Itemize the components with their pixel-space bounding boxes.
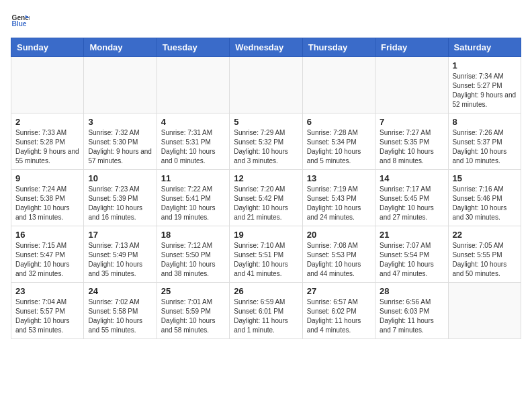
day-info: Sunrise: 6:56 AM Sunset: 6:03 PM Dayligh… [380,298,443,335]
day-info: Sunrise: 7:24 AM Sunset: 5:38 PM Dayligh… [15,185,79,222]
day-number: 11 [161,173,225,183]
day-number: 7 [380,117,443,127]
column-header-tuesday: Tuesday [157,38,229,57]
calendar-cell [375,57,448,113]
calendar-week-row: 16Sunrise: 7:15 AM Sunset: 5:47 PM Dayli… [11,226,521,283]
day-info: Sunrise: 7:13 AM Sunset: 5:49 PM Dayligh… [88,241,152,279]
day-number: 3 [88,117,152,127]
day-info: Sunrise: 7:33 AM Sunset: 5:28 PM Dayligh… [15,128,79,166]
column-header-monday: Monday [84,38,157,57]
calendar-cell: 28Sunrise: 6:56 AM Sunset: 6:03 PM Dayli… [375,283,448,339]
day-info: Sunrise: 7:23 AM Sunset: 5:39 PM Dayligh… [88,185,152,222]
day-info: Sunrise: 7:01 AM Sunset: 5:59 PM Dayligh… [161,298,225,335]
calendar-cell: 16Sunrise: 7:15 AM Sunset: 5:47 PM Dayli… [11,226,84,283]
calendar-week-row: 9Sunrise: 7:24 AM Sunset: 5:38 PM Daylig… [11,170,521,226]
column-header-wednesday: Wednesday [230,38,302,57]
day-number: 6 [307,117,371,127]
day-number: 22 [453,230,517,240]
calendar-cell: 18Sunrise: 7:12 AM Sunset: 5:50 PM Dayli… [157,226,229,283]
calendar-cell: 1Sunrise: 7:34 AM Sunset: 5:27 PM Daylig… [448,57,521,113]
day-number: 12 [234,173,298,183]
day-number: 8 [453,117,517,127]
calendar-cell: 21Sunrise: 7:07 AM Sunset: 5:54 PM Dayli… [375,226,448,283]
calendar-cell: 10Sunrise: 7:23 AM Sunset: 5:39 PM Dayli… [84,170,157,226]
day-info: Sunrise: 7:31 AM Sunset: 5:31 PM Dayligh… [161,128,225,166]
day-number: 18 [161,230,225,240]
calendar-cell: 20Sunrise: 7:08 AM Sunset: 5:53 PM Dayli… [302,226,375,283]
day-number: 4 [161,117,225,127]
day-info: Sunrise: 7:28 AM Sunset: 5:34 PM Dayligh… [307,128,371,166]
day-number: 17 [88,230,152,240]
calendar-week-row: 2Sunrise: 7:33 AM Sunset: 5:28 PM Daylig… [11,113,521,170]
calendar-week-row: 23Sunrise: 7:04 AM Sunset: 5:57 PM Dayli… [11,283,521,339]
calendar-cell: 19Sunrise: 7:10 AM Sunset: 5:51 PM Dayli… [230,226,302,283]
day-info: Sunrise: 6:57 AM Sunset: 6:02 PM Dayligh… [307,298,371,335]
day-number: 27 [307,286,371,296]
day-info: Sunrise: 7:29 AM Sunset: 5:32 PM Dayligh… [234,128,298,166]
calendar-cell: 5Sunrise: 7:29 AM Sunset: 5:32 PM Daylig… [230,113,302,170]
day-info: Sunrise: 7:19 AM Sunset: 5:43 PM Dayligh… [307,185,371,222]
day-number: 24 [88,286,152,296]
day-info: Sunrise: 7:34 AM Sunset: 5:27 PM Dayligh… [453,72,517,109]
calendar-cell: 4Sunrise: 7:31 AM Sunset: 5:31 PM Daylig… [157,113,229,170]
day-number: 25 [161,286,225,296]
day-info: Sunrise: 7:05 AM Sunset: 5:55 PM Dayligh… [453,241,517,279]
calendar-cell [448,283,521,339]
calendar-cell: 25Sunrise: 7:01 AM Sunset: 5:59 PM Dayli… [157,283,229,339]
calendar-cell: 26Sunrise: 6:59 AM Sunset: 6:01 PM Dayli… [230,283,302,339]
calendar-cell [230,57,302,113]
day-number: 2 [15,117,79,127]
day-number: 5 [234,117,298,127]
day-info: Sunrise: 7:27 AM Sunset: 5:35 PM Dayligh… [380,128,443,166]
calendar-cell: 24Sunrise: 7:02 AM Sunset: 5:58 PM Dayli… [84,283,157,339]
day-number: 28 [380,286,443,296]
column-header-saturday: Saturday [448,38,521,57]
day-info: Sunrise: 7:10 AM Sunset: 5:51 PM Dayligh… [234,241,298,279]
day-info: Sunrise: 7:16 AM Sunset: 5:46 PM Dayligh… [453,185,517,222]
calendar-cell: 14Sunrise: 7:17 AM Sunset: 5:45 PM Dayli… [375,170,448,226]
calendar-week-row: 1Sunrise: 7:34 AM Sunset: 5:27 PM Daylig… [11,57,521,113]
column-header-friday: Friday [375,38,448,57]
logo: General Blue [11,11,32,30]
calendar-cell [11,57,84,113]
day-info: Sunrise: 7:20 AM Sunset: 5:42 PM Dayligh… [234,185,298,222]
svg-text:Blue: Blue [12,20,27,28]
day-number: 1 [453,60,517,71]
day-info: Sunrise: 7:32 AM Sunset: 5:30 PM Dayligh… [88,128,152,166]
calendar-cell: 23Sunrise: 7:04 AM Sunset: 5:57 PM Dayli… [11,283,84,339]
day-info: Sunrise: 7:08 AM Sunset: 5:53 PM Dayligh… [307,241,371,279]
calendar-cell [84,57,157,113]
day-info: Sunrise: 7:07 AM Sunset: 5:54 PM Dayligh… [380,241,443,279]
day-number: 16 [15,230,79,240]
day-info: Sunrise: 7:26 AM Sunset: 5:37 PM Dayligh… [453,128,517,166]
calendar-cell: 6Sunrise: 7:28 AM Sunset: 5:34 PM Daylig… [302,113,375,170]
page-header: General Blue [11,11,521,30]
calendar-cell: 3Sunrise: 7:32 AM Sunset: 5:30 PM Daylig… [84,113,157,170]
day-number: 13 [307,173,371,183]
day-info: Sunrise: 7:17 AM Sunset: 5:45 PM Dayligh… [380,185,443,222]
logo-icon: General Blue [11,11,30,30]
calendar-cell: 17Sunrise: 7:13 AM Sunset: 5:49 PM Dayli… [84,226,157,283]
calendar-cell: 8Sunrise: 7:26 AM Sunset: 5:37 PM Daylig… [448,113,521,170]
day-number: 20 [307,230,371,240]
calendar-cell: 11Sunrise: 7:22 AM Sunset: 5:41 PM Dayli… [157,170,229,226]
day-number: 10 [88,173,152,183]
calendar-cell: 2Sunrise: 7:33 AM Sunset: 5:28 PM Daylig… [11,113,84,170]
calendar-cell: 13Sunrise: 7:19 AM Sunset: 5:43 PM Dayli… [302,170,375,226]
calendar-cell [302,57,375,113]
day-info: Sunrise: 6:59 AM Sunset: 6:01 PM Dayligh… [234,298,298,335]
calendar-cell: 12Sunrise: 7:20 AM Sunset: 5:42 PM Dayli… [230,170,302,226]
day-number: 19 [234,230,298,240]
day-number: 14 [380,173,443,183]
calendar-table: SundayMondayTuesdayWednesdayThursdayFrid… [11,38,521,339]
day-info: Sunrise: 7:04 AM Sunset: 5:57 PM Dayligh… [15,298,79,335]
day-number: 26 [234,286,298,296]
calendar-cell: 27Sunrise: 6:57 AM Sunset: 6:02 PM Dayli… [302,283,375,339]
day-info: Sunrise: 7:22 AM Sunset: 5:41 PM Dayligh… [161,185,225,222]
day-number: 23 [15,286,79,296]
calendar-cell: 9Sunrise: 7:24 AM Sunset: 5:38 PM Daylig… [11,170,84,226]
day-number: 21 [380,230,443,240]
day-number: 9 [15,173,79,183]
calendar-cell: 15Sunrise: 7:16 AM Sunset: 5:46 PM Dayli… [448,170,521,226]
day-info: Sunrise: 7:02 AM Sunset: 5:58 PM Dayligh… [88,298,152,335]
